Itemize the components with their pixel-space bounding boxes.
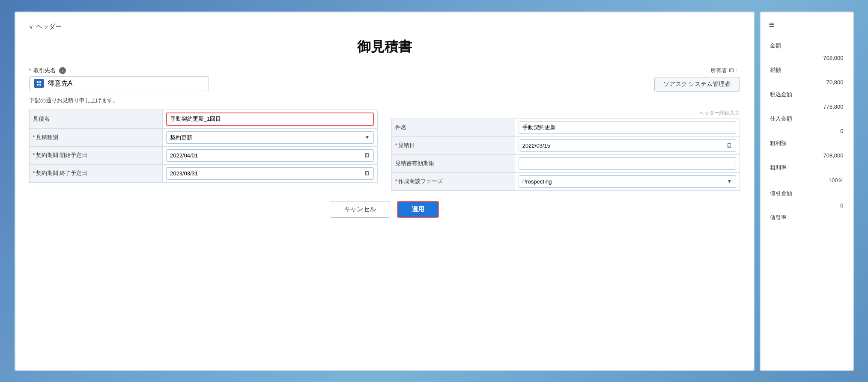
client-input-wrapper[interactable]: 得意先A (29, 76, 209, 91)
required-mark2: * (33, 134, 35, 140)
client-label: * 取引先名 i (29, 67, 594, 74)
subject-input[interactable] (519, 121, 736, 134)
header-label: ヘッダー (36, 23, 62, 31)
estimate-date-row: *見積日 🗓 (391, 136, 740, 154)
summary-amount-value-row: 708,000 (770, 53, 844, 63)
calendar-icon-start: 🗓 (361, 150, 373, 160)
summary-discount-label: 値引金額 (770, 187, 808, 199)
calendar-icon-estimate: 🗓 (723, 140, 736, 151)
phase-dropdown-arrow: ▼ (724, 177, 736, 186)
calendar-icon-end: 🗓 (361, 168, 373, 178)
valid-period-row: 見積書有効期限 (391, 154, 740, 172)
apply-button[interactable]: 適用 (397, 201, 439, 218)
summary-tax-incl-row: 税込金額 (770, 89, 844, 101)
phase-label: *作成商談フェーズ (391, 172, 515, 190)
summary-tax-row: 税額 (770, 64, 844, 76)
summary-discount-rate-label: 値引率 (770, 212, 808, 224)
period-end-input[interactable] (167, 168, 361, 179)
phase-select[interactable]: Prospecting (519, 176, 724, 187)
estimate-name-label: 見積名 (29, 110, 162, 128)
summary-discount-row: 値引金額 (770, 187, 844, 199)
svg-rect-3 (39, 84, 41, 86)
period-end-date-wrapper[interactable]: 🗓 (166, 167, 374, 180)
estimate-type-value-cell: 契約更新 ▼ (162, 128, 377, 146)
valid-period-input[interactable] (519, 157, 736, 170)
summary-amount-label: 金額 (770, 40, 808, 52)
summary-discount-value-row: 0 (770, 200, 844, 211)
estimate-type-select-wrapper[interactable]: 契約更新 ▼ (166, 131, 374, 144)
summary-table: 金額 708,000 税額 70,800 税込金額 778,800 (769, 39, 844, 225)
client-icon (34, 79, 44, 88)
estimate-type-row: *見積種別 契約更新 ▼ (29, 128, 377, 146)
estimate-name-value-cell (162, 110, 377, 128)
summary-gross-rate-value: 100％ (809, 175, 844, 187)
period-end-value-cell: 🗓 (162, 164, 377, 182)
summary-amount-value: 708,000 (809, 53, 844, 63)
summary-tax-incl-value: 778,800 (809, 101, 844, 112)
summary-tax-value-row: 70,800 (770, 77, 844, 88)
summary-amount-row: 金額 (770, 40, 844, 52)
owner-id-label: 所有者 ID： (611, 67, 740, 74)
client-right: 所有者 ID： ソアスク システム管理者 (611, 67, 740, 92)
required-mark4: * (33, 170, 35, 176)
estimate-date-value-cell: 🗓 (515, 136, 740, 154)
summary-gross-rate-value-row: 100％ (770, 175, 844, 187)
doc-title: 御見積書 (29, 38, 740, 56)
required-mark3: * (33, 152, 35, 158)
phase-row: *作成商談フェーズ Prospecting ▼ (391, 172, 740, 190)
right-grid: ヘッダー詳細入力 件名 *見積日 (391, 110, 740, 191)
summary-gross-label: 粗利額 (770, 137, 808, 149)
main-panel: ∨ ヘッダー 御見積書 * 取引先名 i (15, 12, 755, 371)
summary-purchase-label: 仕入金額 (770, 113, 808, 125)
period-end-row: *契約期間 終了予定日 🗓 (29, 164, 377, 182)
left-grid: 見積名 *見積種別 契約更新 (29, 110, 378, 191)
summary-gross-rate-row: 粗利率 (770, 162, 844, 174)
owner-button[interactable]: ソアスク システム管理者 (654, 77, 740, 92)
summary-tax-label: 税額 (770, 64, 808, 76)
summary-purchase-value-row: 0 (770, 126, 844, 136)
estimate-date-wrapper[interactable]: 🗓 (519, 139, 736, 152)
estimate-date-input[interactable] (519, 140, 723, 151)
cancel-button[interactable]: キャンセル (330, 201, 390, 218)
required-mark: * (29, 67, 31, 74)
phase-value-cell: Prospecting ▼ (515, 172, 740, 190)
summary-gross-rate-label: 粗利率 (770, 162, 808, 174)
valid-period-value-cell (515, 154, 740, 172)
right-form-table: 件名 *見積日 🗓 (391, 118, 740, 191)
button-row: キャンセル 適用 (29, 201, 740, 218)
required-mark5: * (395, 142, 397, 148)
summary-tax-incl-value-row: 778,800 (770, 101, 844, 112)
info-icon: i (59, 67, 66, 74)
period-start-input[interactable] (167, 150, 361, 161)
period-end-label: *契約期間 終了予定日 (29, 164, 162, 182)
estimate-name-input[interactable] (166, 113, 374, 126)
subject-row: 件名 (391, 118, 740, 136)
phase-select-wrapper[interactable]: Prospecting ▼ (519, 175, 736, 188)
chevron-icon: ∨ (29, 24, 33, 30)
client-value: 得意先A (48, 79, 73, 88)
summary-tax-incl-label: 税込金額 (770, 89, 808, 101)
left-form-table: 見積名 *見積種別 契約更新 (29, 110, 378, 183)
subject-value-cell (515, 118, 740, 136)
description-text: 下記の通りお見積り申し上げます。 (29, 97, 740, 104)
svg-rect-2 (37, 84, 39, 86)
period-start-label: *契約期間 開始予定日 (29, 146, 162, 164)
estimate-type-select[interactable]: 契約更新 (167, 132, 361, 143)
period-start-date-wrapper[interactable]: 🗓 (166, 149, 374, 162)
summary-purchase-value: 0 (809, 126, 844, 136)
subject-label: 件名 (391, 118, 515, 136)
header-toggle[interactable]: ∨ ヘッダー (29, 23, 740, 31)
estimate-date-label: *見積日 (391, 136, 515, 154)
required-mark6: * (395, 178, 397, 184)
hamburger-icon[interactable]: ≡ (769, 19, 844, 30)
summary-gross-value: 708,000 (809, 150, 844, 161)
header-detail-label: ヘッダー詳細入力 (391, 110, 740, 117)
summary-discount-rate-row: 値引率 (770, 212, 844, 224)
grid-section: 見積名 *見積種別 契約更新 (29, 110, 740, 191)
client-left: * 取引先名 i 得意先A (29, 67, 594, 91)
summary-tax-value: 70,800 (809, 77, 844, 88)
client-row: * 取引先名 i 得意先A (29, 67, 740, 92)
valid-period-label: 見積書有効期限 (391, 154, 515, 172)
estimate-type-label: *見積種別 (29, 128, 162, 146)
svg-rect-0 (37, 81, 39, 83)
